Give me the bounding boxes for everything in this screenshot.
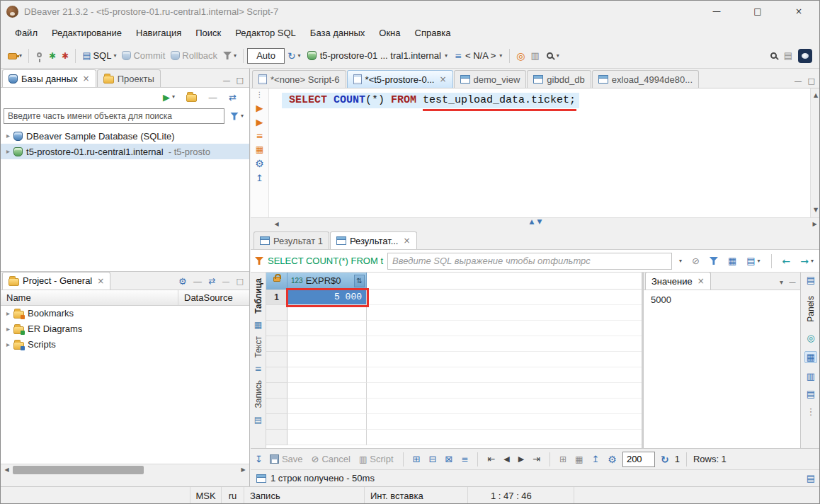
tab-record-presentation[interactable]: Запись (254, 377, 263, 411)
clear-filter-button[interactable]: ⊘ (689, 253, 702, 270)
save-button[interactable]: Save (267, 452, 306, 466)
run-task-button[interactable]: ✱ (46, 47, 59, 64)
tab-result-2[interactable]: Результат... × (330, 231, 417, 249)
expander-icon[interactable]: ▸ (6, 148, 10, 155)
link-editor-button[interactable]: ⇄ (226, 88, 239, 105)
new-folder-button[interactable] (183, 88, 200, 105)
grid-row-empty[interactable] (266, 414, 642, 430)
value-viewer-icon[interactable]: ◎ (807, 333, 814, 343)
history-forward-button[interactable]: → ▾ (797, 253, 816, 270)
editor-hscrollbar[interactable]: ◀ ▲ ▼ ▶ (251, 217, 820, 230)
object-search-input[interactable] (4, 108, 224, 124)
sort-icon[interactable]: ⇅ (354, 275, 365, 287)
link-icon[interactable]: ⇄ (209, 277, 216, 285)
execute-statement-icon[interactable]: ▶ (256, 103, 263, 113)
new-sql-editor-button[interactable]: ▤ SQL ▾ (79, 47, 119, 64)
sash-down-icon[interactable]: ▼ (537, 219, 542, 225)
row-number-cell[interactable]: 1 (266, 290, 287, 305)
refresh-connection-button[interactable]: ↻ ▾ (285, 47, 304, 64)
refresh-results-button[interactable]: ↻ (658, 453, 672, 466)
tab-script-6[interactable]: *<none> Script-6 (252, 70, 346, 88)
fit-columns-button[interactable]: ▦ (572, 454, 586, 465)
tab-databases[interactable]: Базы данных × (2, 69, 96, 87)
expander-icon[interactable]: ▸ (6, 132, 10, 139)
more-panels-icon[interactable]: ⋮ (807, 407, 816, 416)
export-data-icon[interactable]: ↥ (256, 173, 263, 183)
menu-database[interactable]: База данных (303, 25, 372, 41)
filter-button[interactable]: ▾ (227, 108, 246, 125)
grid-row-empty[interactable] (266, 399, 642, 414)
panels-menu-button[interactable]: ▤ ▾ (744, 253, 763, 270)
expander-icon[interactable]: ▸ (6, 310, 10, 317)
rollback-button[interactable]: Rollback (168, 47, 220, 64)
menu-window[interactable]: Окна (372, 25, 407, 41)
collapse-all-button[interactable]: — (205, 88, 220, 105)
sql-code-line[interactable]: SELECT COUNT(*) FROM test_upload_data.ti… (289, 94, 576, 106)
last-row-button[interactable]: ⇥ (530, 453, 543, 465)
menu-navigate[interactable]: Навигация (129, 25, 188, 41)
menu-file[interactable]: Файл (8, 25, 45, 41)
grid-row-empty[interactable] (266, 352, 642, 367)
close-icon[interactable]: × (404, 236, 411, 245)
grid-row-empty[interactable] (266, 383, 642, 399)
fetch-all-icon[interactable]: ↧ (255, 454, 263, 464)
menu-edit[interactable]: Редактирование (45, 25, 129, 41)
connection-selector[interactable]: t5-prostore-01 ... tral1.internal ▾ (304, 47, 451, 64)
save-filter-button[interactable]: ▦ (725, 253, 739, 270)
schema-selector[interactable]: ≡ < N/A > ▾ (451, 47, 506, 64)
maximize-view-icon[interactable]: □ (237, 76, 244, 84)
tree-item-sample-db[interactable]: ▸ DBeaver Sample Database (SQLite) (1, 128, 249, 144)
column-datasource[interactable]: DataSource (178, 290, 249, 305)
notifications-icon[interactable]: ▤ (807, 474, 815, 483)
scroll-left-icon[interactable]: ◀ (1, 464, 13, 476)
history-back-button[interactable]: ← (780, 253, 794, 270)
apply-filter-button[interactable] (707, 253, 721, 270)
delete-row-button[interactable]: ⊠ (442, 453, 455, 465)
grid-row-1[interactable]: 1 5 000 (266, 290, 642, 305)
scroll-left-icon[interactable]: ◀ (271, 219, 283, 230)
sash-up-icon[interactable]: ▲ (530, 219, 535, 225)
grid-row-empty[interactable] (266, 336, 642, 352)
time-zone-button[interactable]: ◎ (513, 47, 528, 64)
expander-icon[interactable]: ▸ (6, 341, 10, 348)
tree-item-t5-prostore[interactable]: ▸ t5-prostore-01.ru-central1.internal - … (1, 144, 249, 159)
fetch-size-input[interactable] (622, 452, 655, 467)
maximize-editor-icon[interactable]: □ (808, 77, 815, 85)
statistics-icon[interactable]: ▦ (256, 145, 263, 154)
explain-plan-icon[interactable]: ≡ (256, 132, 263, 140)
close-window-button[interactable]: × (778, 1, 819, 22)
sql-editor[interactable]: ⋮ ▶ ▶ ≡ ▦ ⚙ ↥ SELECT COUNT(*) FROM test_… (251, 88, 820, 217)
new-connection-button[interactable]: ▾ (5, 47, 25, 64)
minimize-view-icon[interactable]: — (789, 279, 796, 286)
drag-handle-icon[interactable]: ⋮ (256, 91, 263, 98)
close-icon[interactable]: × (439, 75, 446, 84)
grid-row-empty[interactable] (266, 305, 642, 321)
transaction-mode-button[interactable]: ▾ (220, 47, 239, 64)
maximize-window-button[interactable]: □ (737, 1, 778, 22)
record-presentation-icon[interactable]: ▤ (254, 416, 262, 424)
grid-row-empty[interactable] (266, 367, 642, 383)
timezone-indicator[interactable]: MSK (190, 487, 222, 504)
script-button[interactable]: ▥ Script (356, 452, 397, 466)
next-row-button[interactable]: ▶ (516, 454, 527, 464)
execute-script-icon[interactable]: ▶ (256, 118, 263, 127)
tab-result-1[interactable]: Результат 1 (254, 231, 329, 249)
first-row-button[interactable]: ⇤ (484, 453, 498, 465)
language-indicator[interactable]: ru (222, 487, 244, 504)
tab-gibdd-db[interactable]: gibdd_db (527, 70, 591, 88)
menu-sql-editor[interactable]: Редактор SQL (228, 25, 303, 41)
menu-help[interactable]: Справка (408, 25, 458, 41)
expander-icon[interactable]: ▸ (6, 326, 10, 333)
scroll-thumb[interactable] (13, 466, 144, 474)
minimize-view-icon[interactable]: — (222, 277, 230, 285)
refresh-structure-button[interactable]: ≡ (458, 454, 471, 465)
project-item-scripts[interactable]: ▸ Scripts (1, 337, 249, 353)
commit-mode-select[interactable]: Auto (247, 48, 285, 64)
grid-panel-icon[interactable]: ▦ (804, 351, 817, 363)
grid-row-empty[interactable] (266, 321, 642, 336)
scroll-right-icon[interactable]: ▶ (809, 219, 820, 230)
panels-tab-label[interactable]: Panels (806, 293, 816, 325)
editor-vscrollbar[interactable]: ▲ ▼ (810, 88, 820, 217)
panels-tab-icon[interactable]: ▤ (807, 275, 815, 285)
cancel-button[interactable]: ⊘ Cancel (309, 452, 353, 466)
